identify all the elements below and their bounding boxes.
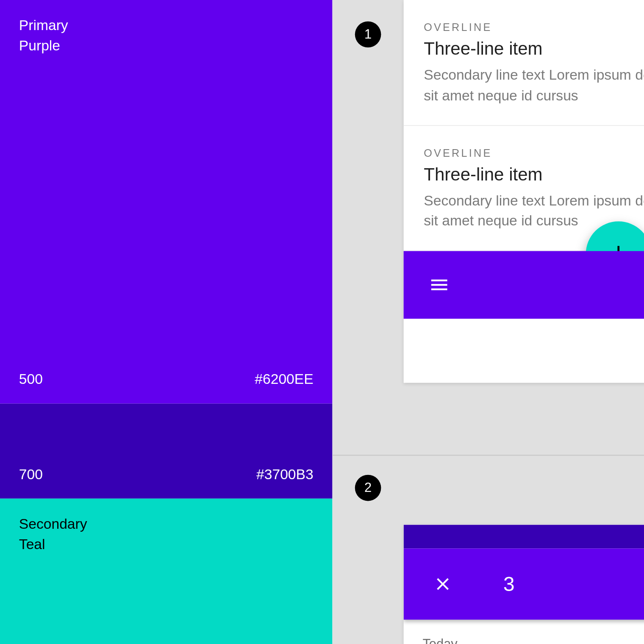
swatch-title: Secondary bbox=[19, 514, 314, 534]
swatch-title: Primary bbox=[19, 15, 314, 35]
list-item-overline: OVERLINE bbox=[424, 21, 644, 33]
device-mockup-list: OVERLINE Three-line item Secondary line … bbox=[404, 0, 644, 383]
swatch-shade: 500 bbox=[19, 369, 43, 389]
selection-toolbar: 3 bbox=[404, 548, 644, 619]
close-icon[interactable] bbox=[431, 572, 455, 596]
callout-badge-1: 1 bbox=[355, 21, 381, 47]
section-header: Today bbox=[404, 620, 644, 644]
list-item-title: Three-line item bbox=[424, 39, 644, 59]
swatch-primary-700: 700 #3700B3 bbox=[0, 404, 333, 499]
list-item-title: Three-line item bbox=[424, 164, 644, 184]
list-item-body: Secondary line text Lorem ipsum dolor si… bbox=[424, 65, 644, 106]
list-item-overline: OVERLINE bbox=[424, 147, 644, 159]
swatch-primary-500: Primary Purple 500 #6200EE bbox=[0, 0, 333, 404]
color-palette: Primary Purple 500 #6200EE 700 #3700B3 S… bbox=[0, 0, 333, 644]
swatch-name: Teal bbox=[19, 534, 314, 554]
swatch-shade: 700 bbox=[19, 464, 43, 484]
swatch-hex: #6200EE bbox=[255, 369, 313, 389]
callout-badge-2: 2 bbox=[355, 475, 381, 501]
menu-icon[interactable] bbox=[427, 273, 451, 297]
bottom-app-bar bbox=[404, 251, 644, 319]
swatch-name: Purple bbox=[19, 35, 314, 55]
examples-panel: 1 2 OVERLINE Three-line item Secondary l… bbox=[333, 0, 644, 644]
swatch-hex: #3700B3 bbox=[256, 464, 314, 484]
swatch-secondary-200: Secondary Teal 200 #03DAC5 bbox=[0, 499, 333, 644]
device-mockup-selection: 3 Today Brunch this weekend? Ali Connors… bbox=[404, 525, 644, 644]
selection-count: 3 bbox=[503, 572, 515, 596]
section-divider bbox=[333, 455, 644, 456]
list-item[interactable]: OVERLINE Three-line item Secondary line … bbox=[404, 0, 644, 125]
status-bar bbox=[404, 525, 644, 548]
